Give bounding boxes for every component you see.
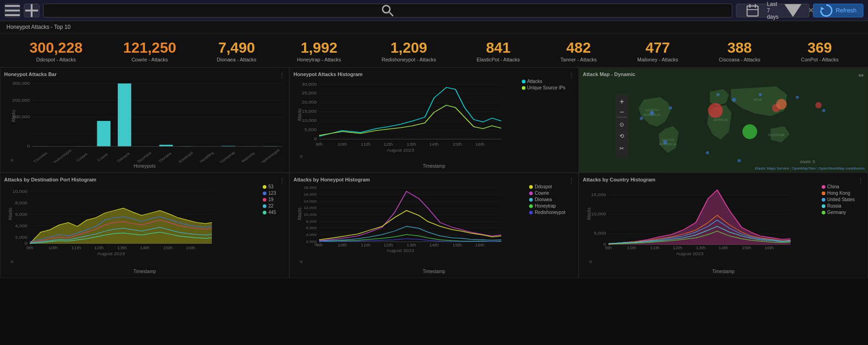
add-icon[interactable] (24, 4, 39, 17)
stat-ddospot: 300,228 Ddospot - Attacks (29, 40, 83, 62)
legend-unique-ips-label: Unique Source IPs (527, 85, 565, 90)
map-chart-area: NORTH AMERICA SOUTH AMERICA AFRICA ASIA … (583, 79, 864, 169)
svg-text:200,000: 200,000 (12, 98, 29, 102)
country-hist-legend: China Hong Kong United States Russia Ger… (822, 184, 855, 216)
honeypot-hist-chart-area: Ddospot Cowrie Dionaea Honeytrap Redisho… (293, 184, 575, 268)
svg-text:16th: 16th (186, 246, 195, 251)
svg-text:zoom: 0: zoom: 0 (800, 160, 815, 164)
svg-point-84 (815, 102, 822, 109)
legend-cowrie: Cowrie (529, 191, 565, 196)
svg-text:0: 0 (27, 144, 30, 148)
svg-text:16th: 16th (764, 246, 774, 251)
topbar: * ✕ Last 7 days Refresh (0, 0, 868, 21)
svg-text:14th: 14th (429, 243, 439, 247)
stat-conpot-value: 369 (801, 40, 839, 56)
honeypot-hist-legend: Ddospot Cowrie Dionaea Honeytrap Redisho… (529, 184, 565, 216)
legend-port-445: 445 (263, 210, 276, 215)
svg-text:−: − (619, 108, 624, 116)
svg-text:16th: 16th (475, 243, 485, 247)
svg-text:AMERICA: AMERICA (659, 142, 676, 146)
svg-text:10th: 10th (627, 246, 636, 251)
svg-text:Redishoneypot: Redishoneypot (257, 148, 281, 163)
country-hist-menu-icon[interactable]: ⋮ (857, 177, 864, 184)
svg-text:OCEANIA: OCEANIA (768, 133, 785, 137)
svg-text:13th: 13th (117, 246, 127, 251)
stat-tanner: 482 Tanner - Attacks (560, 40, 597, 62)
bar-chart-svg: 300,000 200,000 100,000 0 (4, 79, 285, 163)
legend-port-22: 22 (263, 203, 276, 208)
svg-point-96 (706, 151, 709, 154)
country-hist-panel: Attacks by Country Histogram ⋮ China Hon… (579, 173, 868, 278)
legend-dot-honeytrap (529, 204, 533, 208)
svg-text:12,000: 12,000 (304, 206, 317, 210)
stat-redishoneypot-value: 1,209 (381, 40, 436, 56)
refresh-button[interactable]: Refresh (813, 4, 863, 17)
dest-port-menu-icon[interactable]: ⋮ (279, 177, 285, 184)
svg-text:Cowrie: Cowrie (96, 152, 110, 162)
histogram-x-label: Timestamp (293, 164, 575, 169)
legend-dot-19 (263, 198, 266, 202)
stat-cowrie-value: 121,250 (123, 40, 177, 56)
svg-text:10,000: 10,000 (304, 213, 317, 217)
page-title: Honeypot Attacks - Top 10 (0, 21, 868, 33)
menu-icon[interactable] (5, 4, 20, 17)
dest-port-panel: Attacks by Destination Port Histogram ⋮ … (0, 173, 289, 278)
svg-text:11th: 11th (361, 243, 370, 247)
legend-dot-123 (263, 192, 266, 195)
svg-text:13th: 13th (696, 246, 706, 251)
stat-ciscoasa: 388 Ciscoasa - Attacks (719, 40, 760, 62)
svg-text:ASIA: ASIA (753, 98, 762, 102)
svg-text:4,000: 4,000 (15, 224, 28, 228)
map-menu-icon[interactable]: ⇔ (858, 71, 864, 79)
map-title: Attack Map - Dynamic (583, 71, 864, 77)
histogram-title: Honeypot Attacks Histogram (293, 71, 575, 77)
bar-chart-menu-icon[interactable]: ⋮ (279, 71, 285, 79)
svg-text:4,000: 4,000 (306, 233, 317, 237)
svg-text:Heralding: Heralding (198, 151, 215, 163)
map-svg: NORTH AMERICA SOUTH AMERICA AFRICA ASIA … (583, 79, 864, 169)
stat-cowrie-label: Cowrie - Attacks (123, 57, 177, 62)
svg-text:0: 0 (314, 137, 317, 141)
svg-text:✂: ✂ (619, 146, 624, 151)
search-bar[interactable]: * ✕ (43, 4, 732, 17)
country-hist-chart-area: China Hong Kong United States Russia Ger… (583, 184, 864, 268)
svg-text:15th: 15th (742, 246, 752, 251)
dest-port-title: Attacks by Destination Port Histogram (4, 177, 285, 182)
map-panel: Attack Map - Dynamic ⇔ NORTH (579, 67, 868, 173)
legend-russia: Russia (822, 203, 855, 208)
histogram-menu-icon[interactable]: ⋮ (568, 71, 575, 79)
histogram-legend: Attacks Unique Source IPs (522, 79, 565, 92)
country-hist-x-label: Timestamp (583, 269, 864, 274)
legend-port-19: 19 (263, 197, 276, 202)
svg-text:10th: 10th (337, 142, 347, 147)
svg-text:15th: 15th (163, 246, 173, 251)
svg-text:10,000: 10,000 (12, 189, 28, 194)
svg-text:August 2023: August 2023 (676, 252, 703, 256)
svg-text:August 2023: August 2023 (387, 148, 414, 153)
svg-text:18,000: 18,000 (304, 186, 317, 190)
stat-redishoneypot-label: Redishoneypot - Attacks (381, 57, 436, 62)
svg-text:300,000: 300,000 (12, 82, 29, 86)
svg-text:10,000: 10,000 (591, 212, 606, 216)
svg-rect-24 (97, 121, 111, 147)
stat-elasticpot-label: ElasticPot - Attacks (477, 57, 520, 62)
histogram-chart-area: Attacks Unique Source IPs 30,000 25,000 … (293, 79, 575, 163)
svg-point-94 (663, 140, 667, 144)
svg-text:10,000: 10,000 (302, 118, 317, 123)
svg-text:11th: 11th (650, 246, 660, 251)
svg-text:16th: 16th (475, 142, 485, 147)
date-range-label: Last 7 days (767, 1, 778, 20)
legend-redishoneypot: Redishoneypot (529, 210, 565, 215)
svg-text:25,000: 25,000 (302, 91, 317, 96)
svg-text:Attacks: Attacks (297, 109, 302, 121)
legend-ddospot: Ddospot (529, 184, 565, 189)
honeypot-hist-menu-icon[interactable]: ⋮ (568, 177, 575, 184)
stat-cowrie: 121,250 Cowrie - Attacks (123, 40, 177, 62)
svg-text:15,000: 15,000 (591, 192, 606, 197)
date-range-picker[interactable]: Last 7 days (736, 4, 810, 17)
honeypot-hist-title: Attacks by Honeypot Histogram (293, 177, 575, 182)
stat-ddospot-label: Ddospot - Attacks (29, 57, 83, 62)
stat-conpot-label: ConPot - Attacks (801, 57, 839, 62)
svg-text:16,000: 16,000 (304, 192, 317, 197)
svg-text:10th: 10th (48, 246, 58, 251)
